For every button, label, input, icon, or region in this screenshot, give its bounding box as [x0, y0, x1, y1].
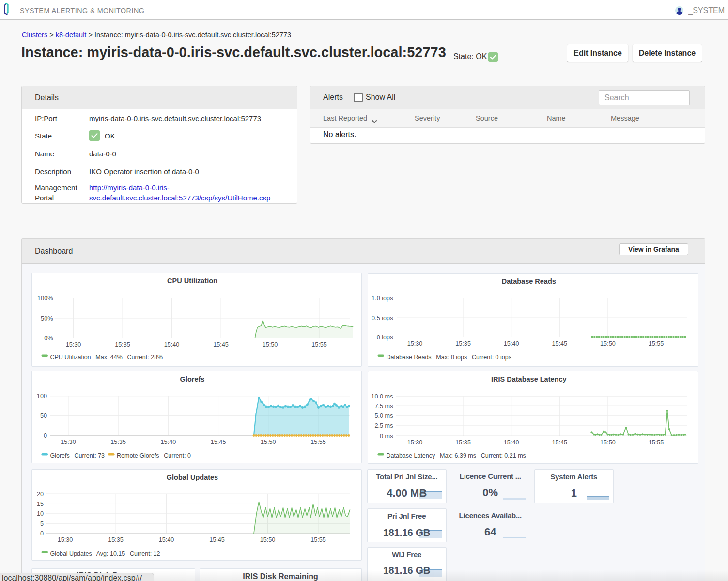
svg-text:IRIS Database Latency: IRIS Database Latency: [491, 375, 567, 383]
svg-text:15:40: 15:40: [503, 340, 519, 347]
svg-text:7.5 ms: 7.5 ms: [374, 402, 393, 409]
svg-text:5: 5: [40, 520, 43, 527]
svg-text:15:30: 15:30: [57, 536, 73, 543]
svg-text:15:40: 15:40: [164, 341, 179, 348]
svg-text:Global Updates Avg: 10.15 Cu: Global Updates Avg: 10.15 Current: 12: [50, 550, 160, 557]
svg-text:15:35: 15:35: [115, 341, 130, 348]
svg-text:50%: 50%: [41, 315, 53, 321]
svg-text:15:30: 15:30: [65, 341, 81, 348]
svg-text:15:50: 15:50: [600, 439, 616, 445]
svg-text:15:50: 15:50: [262, 341, 278, 348]
svg-text:15: 15: [36, 500, 43, 507]
svg-text:50: 50: [40, 413, 46, 419]
svg-text:15:40: 15:40: [503, 439, 519, 445]
svg-text:100%: 100%: [37, 295, 53, 302]
svg-text:Database Reads: Database Reads: [501, 277, 556, 285]
svg-text:CPU Utilization: CPU Utilization: [167, 277, 217, 285]
svg-text:15:35: 15:35: [108, 536, 124, 543]
svg-text:15:45: 15:45: [210, 439, 226, 445]
svg-text:1.0 iops: 1.0 iops: [372, 295, 393, 302]
svg-text:20: 20: [36, 490, 43, 497]
svg-text:15:35: 15:35: [455, 340, 471, 347]
svg-text:15:50: 15:50: [260, 439, 276, 445]
svg-text:15:40: 15:40: [160, 439, 176, 445]
svg-text:0: 0: [40, 530, 43, 537]
svg-text:Remote Glorefs Current: 0: Remote Glorefs Current: 0: [117, 452, 191, 459]
svg-text:15:55: 15:55: [648, 340, 664, 347]
svg-text:0: 0: [43, 432, 46, 439]
svg-text:100: 100: [36, 393, 46, 399]
svg-text:15:35: 15:35: [110, 439, 126, 445]
svg-text:15:45: 15:45: [552, 340, 567, 347]
svg-text:15:45: 15:45: [209, 536, 225, 543]
svg-text:15:45: 15:45: [213, 341, 229, 348]
svg-text:15:55: 15:55: [311, 341, 327, 348]
svg-text:0 ms: 0 ms: [380, 432, 393, 439]
svg-text:Glorefs: Glorefs: [180, 375, 204, 383]
svg-text:15:30: 15:30: [61, 439, 76, 445]
svg-text:Global Updates: Global Updates: [166, 474, 217, 481]
svg-text:0 iops: 0 iops: [376, 334, 393, 341]
svg-text:10: 10: [36, 510, 43, 517]
svg-text:Glorefs Current: 73: Glorefs Current: 73: [50, 452, 105, 459]
svg-text:CPU Utilization Max: 44% Cur: CPU Utilization Max: 44% Current: 28%: [50, 353, 163, 360]
svg-text:15:50: 15:50: [600, 340, 616, 347]
svg-text:15:30: 15:30: [407, 340, 422, 347]
svg-text:0%: 0%: [44, 335, 53, 342]
svg-text:5.0 ms: 5.0 ms: [374, 413, 393, 419]
svg-text:15:40: 15:40: [158, 536, 174, 543]
svg-text:0.5 iops: 0.5 iops: [372, 314, 393, 321]
svg-text:15:55: 15:55: [310, 536, 326, 543]
svg-text:15:55: 15:55: [648, 439, 664, 445]
svg-text:2.5 ms: 2.5 ms: [374, 422, 393, 429]
svg-text:15:30: 15:30: [407, 439, 422, 445]
svg-text:Database Latency Max: 6.39 ms: Database Latency Max: 6.39 ms Current: 0…: [386, 452, 526, 459]
svg-text:15:35: 15:35: [455, 439, 471, 445]
svg-text:Database Reads Max: 0 iops C: Database Reads Max: 0 iops Current: 0 io…: [386, 353, 511, 360]
svg-text:15:50: 15:50: [260, 536, 275, 543]
svg-text:15:55: 15:55: [310, 439, 326, 445]
svg-text:15:45: 15:45: [552, 439, 567, 445]
svg-text:10.0 ms: 10.0 ms: [371, 393, 393, 399]
